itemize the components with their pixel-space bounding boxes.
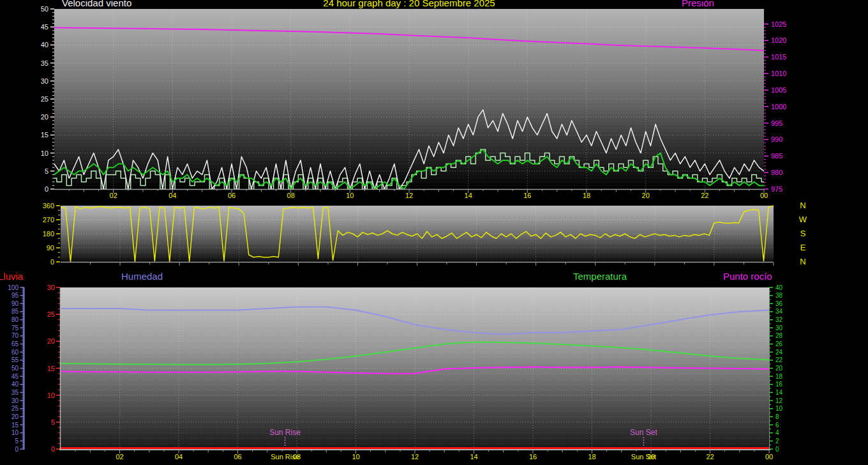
wind-axis-label: 45: [41, 23, 49, 31]
hour-label: 00: [765, 453, 773, 461]
sunset-axis-label: Sun Set: [631, 453, 656, 461]
pressure-axis-label: 985: [771, 152, 782, 160]
pressure-axis-label: 1005: [771, 86, 786, 94]
rain-axis-label: 30: [47, 284, 55, 291]
dewpoint-title: Punto rocío: [723, 271, 772, 282]
hour-label: 04: [168, 192, 176, 199]
humidity-title: Humedad: [121, 271, 163, 282]
humidity-axis-label: 55: [11, 356, 19, 363]
temp-axis-label: 10: [775, 405, 783, 412]
humidity-axis-label: 90: [11, 300, 19, 307]
humidity-axis-label: 80: [11, 316, 19, 323]
hour-label: 08: [287, 192, 295, 199]
humidity-axis-label: 30: [11, 397, 19, 404]
direction-line: [61, 206, 774, 262]
humidity-axis-label: 25: [11, 405, 19, 412]
hour-label: 10: [346, 192, 354, 199]
temp-axis-label: 38: [775, 292, 783, 299]
hour-label: 20: [642, 192, 650, 199]
wind-axis-label: 20: [41, 113, 49, 121]
sunrise-annotation: Sun Rise: [269, 428, 301, 437]
sunrise-axis-label: Sun Rise: [271, 453, 299, 461]
rain-axis-label: 10: [47, 392, 55, 399]
pressure-axis-label: 1025: [771, 20, 786, 28]
temp-axis-label: 12: [775, 397, 783, 404]
pressure-title: Presión: [682, 0, 714, 8]
hour-label: 14: [465, 192, 472, 199]
hour-label: 02: [116, 453, 123, 461]
temp-axis-label: 40: [775, 284, 783, 291]
temp-axis-label: 24: [775, 349, 783, 356]
temp-axis-label: 8: [775, 413, 779, 420]
hour-label: 12: [411, 453, 419, 461]
hour-label: 18: [588, 453, 595, 461]
rain-axis-label: 5: [51, 418, 55, 426]
direction-axis-label: 180: [43, 230, 54, 238]
pressure-axis-label: 975: [771, 185, 782, 193]
humidity-axis-label: 45: [11, 373, 19, 380]
chart-canvas: 5045403530252015105010251020101510101005…: [0, 0, 868, 465]
compass-letter: S: [800, 229, 806, 238]
humidity-axis-label: 0: [15, 446, 19, 453]
temp-axis-label: 28: [775, 332, 783, 339]
pressure-axis-label: 1000: [771, 103, 786, 111]
wind-axis-label: 15: [41, 131, 49, 139]
temp-axis-label: 20: [775, 365, 783, 372]
hour-label: 12: [405, 192, 413, 199]
wind-axis-label: 10: [41, 149, 49, 157]
sunset-annotation: Sun Set: [630, 428, 657, 437]
hour-label: 22: [701, 192, 708, 199]
pressure-axis-label: 990: [771, 135, 782, 143]
humidity-axis-label: 20: [11, 413, 19, 420]
direction-axis-label: 90: [47, 244, 54, 252]
rain-axis-label: 15: [47, 365, 55, 372]
wind-axis-label: 5: [45, 167, 49, 175]
humidity-axis-label: 60: [11, 349, 19, 356]
rain-title: Lluvia: [0, 271, 23, 282]
temp-axis-label: 14: [775, 389, 783, 396]
hour-label: 06: [234, 453, 241, 461]
hour-label: 16: [529, 453, 537, 461]
compass-letter: W: [799, 215, 807, 224]
temp-axis-label: 36: [775, 300, 783, 307]
humidity-axis-label: 5: [15, 438, 19, 445]
hour-label: 18: [583, 192, 590, 199]
pressure-axis-label: 1020: [771, 36, 786, 44]
wind-axis-label: 40: [41, 41, 49, 49]
humidity-axis-label: 75: [11, 324, 19, 332]
wind-axis-label: 50: [41, 5, 49, 13]
compass-letter: N: [800, 257, 805, 266]
compass-letter: E: [800, 243, 806, 252]
humidity-axis-label: 70: [11, 332, 19, 339]
pressure-axis-label: 995: [771, 119, 782, 127]
humidity-axis-label: 50: [11, 365, 19, 372]
hour-label: 16: [523, 192, 531, 199]
humidity-axis-label: 85: [11, 308, 19, 315]
temp-axis-label: 22: [775, 356, 783, 363]
rain-axis-label: 0: [51, 445, 55, 453]
temp-axis-label: 30: [775, 324, 783, 332]
pressure-axis-label: 980: [771, 169, 782, 176]
temp-axis-label: 32: [775, 316, 783, 323]
humidity-axis-label: 40: [11, 381, 19, 388]
direction-axis-label: 0: [50, 258, 54, 266]
hour-label: 02: [110, 192, 117, 199]
wind-axis-label: 30: [41, 77, 49, 85]
dewpoint-line: [61, 367, 769, 374]
pressure-axis-label: 1015: [771, 53, 786, 61]
pressure-line: [54, 27, 764, 50]
direction-axis-label: 270: [43, 216, 54, 224]
temp-axis-label: 6: [775, 422, 779, 429]
humidity-axis-label: 15: [11, 422, 19, 429]
humidity-axis-label: 35: [11, 389, 19, 396]
temp-axis-label: 26: [775, 340, 783, 347]
pressure-axis-label: 1010: [771, 70, 786, 77]
direction-axis-label: 360: [43, 202, 54, 210]
temperature-title: Temperatura: [573, 271, 627, 282]
temperature-line: [61, 342, 769, 364]
humidity-axis-label: 100: [8, 284, 19, 291]
temp-axis-label: 34: [775, 308, 783, 315]
weather-graph-window: 5045403530252015105010251020101510101005…: [0, 0, 868, 465]
wind-axis-label: 25: [41, 95, 49, 103]
temp-axis-label: 0: [775, 446, 779, 453]
